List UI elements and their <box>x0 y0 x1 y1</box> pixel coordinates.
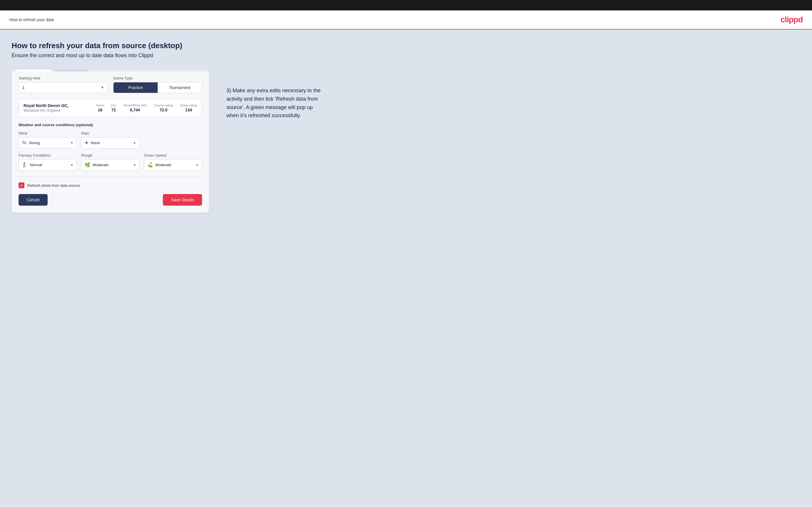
tournament-button[interactable]: Tournament <box>158 82 202 93</box>
par-stat: Par 72 <box>111 104 116 112</box>
game-type-buttons: Practice Tournament <box>113 82 202 93</box>
course-stats: Holes 18 Par 72 Yards/White (M)) 6,744 C… <box>96 104 197 112</box>
practice-button[interactable]: Practice <box>113 82 158 93</box>
logo: clippd <box>781 15 803 24</box>
divider <box>18 176 202 177</box>
main-content: How to refresh your data from source (de… <box>0 30 812 506</box>
rough-select[interactable]: 🌿 Moderate ▼ <box>81 159 139 171</box>
page-heading: How to refresh your data from source (de… <box>12 41 803 50</box>
rain-value: None <box>91 141 100 145</box>
game-type-label: Game Type <box>113 76 202 80</box>
rain-label: Rain <box>81 131 139 135</box>
rain-field: Rain ☀ None ▼ <box>81 131 139 149</box>
fairway-field: Fairway Conditions 🏌 Normal ▼ <box>18 153 77 171</box>
rain-icon: ☀ <box>85 140 89 146</box>
conditions-section-title: Weather and course conditions (optional) <box>18 123 202 127</box>
fairway-label: Fairway Conditions <box>18 153 77 158</box>
yards-value: 6,744 <box>123 108 147 112</box>
fairway-icon: 🏌 <box>22 162 28 168</box>
refresh-checkbox-row: ✓ Refresh shots from data source <box>18 182 202 188</box>
starting-hole-label: Starting Hole <box>18 76 107 80</box>
chevron-down-icon: ▼ <box>70 141 73 145</box>
wind-field: Wind 🌬 Strong ▼ <box>18 131 77 149</box>
save-details-button[interactable]: Save Details <box>163 194 202 206</box>
wind-label: Wind <box>18 131 77 135</box>
wind-rain-row: Wind 🌬 Strong ▼ Rain ☀ None ▼ <box>18 131 202 149</box>
course-rating-label: Course rating <box>154 104 173 107</box>
side-text-block: 3) Make any extra edits necessary to the… <box>226 69 325 120</box>
slope-rating-label: Slope rating <box>180 104 197 107</box>
checkmark-icon: ✓ <box>20 183 23 188</box>
wind-select[interactable]: 🌬 Strong ▼ <box>18 137 77 148</box>
yards-label: Yards/White (M)) <box>123 104 147 107</box>
chevron-down-icon: ▼ <box>133 163 136 167</box>
fairway-select[interactable]: 🏌 Normal ▼ <box>18 159 77 171</box>
rough-field: Rough 🌿 Moderate ▼ <box>81 153 139 171</box>
page-subheading: Ensure the correct and most up to date d… <box>12 53 803 59</box>
starting-hole-gametype-row: Starting Hole 1 ▼ Game Type Practice Tou… <box>18 76 202 93</box>
green-speed-value: Moderate <box>155 163 171 167</box>
starting-hole-select[interactable]: 1 ▼ <box>18 82 107 93</box>
course-info: Royal North Devon GC, Westward Ho!, Engl… <box>23 103 92 113</box>
wind-icon: 🌬 <box>22 140 27 145</box>
rain-select[interactable]: ☀ None ▼ <box>81 137 139 149</box>
refresh-label: Refresh shots from data source <box>27 183 80 188</box>
yards-stat: Yards/White (M)) 6,744 <box>123 104 147 112</box>
chevron-down-icon: ▼ <box>101 86 104 90</box>
form-card: Starting Hole 1 ▼ Game Type Practice Tou… <box>12 69 209 213</box>
chevron-down-icon: ▼ <box>196 163 199 167</box>
par-label: Par <box>111 104 116 107</box>
top-bar <box>0 0 812 10</box>
starting-hole-value: 1 <box>22 85 25 90</box>
fairway-rough-green-row: Fairway Conditions 🏌 Normal ▼ Rough 🌿 Mo… <box>18 153 202 171</box>
content-row: Starting Hole 1 ▼ Game Type Practice Tou… <box>12 69 803 213</box>
header: How to refresh your data clippd <box>0 10 812 30</box>
holes-stat: Holes 18 <box>96 104 104 112</box>
refresh-checkbox[interactable]: ✓ <box>18 182 24 188</box>
course-rating-stat: Course rating 72.5 <box>154 104 173 112</box>
course-location: Westward Ho!, England <box>23 109 92 113</box>
rough-icon: 🌿 <box>85 162 90 168</box>
course-card: Royal North Devon GC, Westward Ho!, Engl… <box>18 99 202 117</box>
green-speed-label: Green Speed <box>144 153 202 158</box>
green-speed-field: Green Speed ⛳ Moderate ▼ <box>144 153 202 171</box>
green-speed-select[interactable]: ⛳ Moderate ▼ <box>144 159 202 171</box>
green-icon: ⛳ <box>147 162 153 168</box>
slope-rating-stat: Slope rating 134 <box>180 104 197 112</box>
rough-label: Rough <box>81 153 139 158</box>
fairway-value: Normal <box>30 163 42 167</box>
wind-value: Strong <box>29 141 40 145</box>
cancel-button[interactable]: Cancel <box>18 194 48 206</box>
holes-label: Holes <box>96 104 104 107</box>
par-value: 72 <box>111 108 116 112</box>
rough-value: Moderate <box>93 163 109 167</box>
chevron-down-icon: ▼ <box>133 141 136 145</box>
game-type-field: Game Type Practice Tournament <box>113 76 202 93</box>
slope-rating-value: 134 <box>180 108 197 112</box>
button-row: Cancel Save Details <box>18 194 202 206</box>
holes-value: 18 <box>96 108 104 112</box>
side-description: 3) Make any extra edits necessary to the… <box>226 87 325 120</box>
course-rating-value: 72.5 <box>154 108 173 112</box>
chevron-down-icon: ▼ <box>70 163 73 167</box>
course-name: Royal North Devon GC, <box>23 103 92 108</box>
header-title: How to refresh your data <box>9 17 54 22</box>
starting-hole-field: Starting Hole 1 ▼ <box>18 76 107 93</box>
